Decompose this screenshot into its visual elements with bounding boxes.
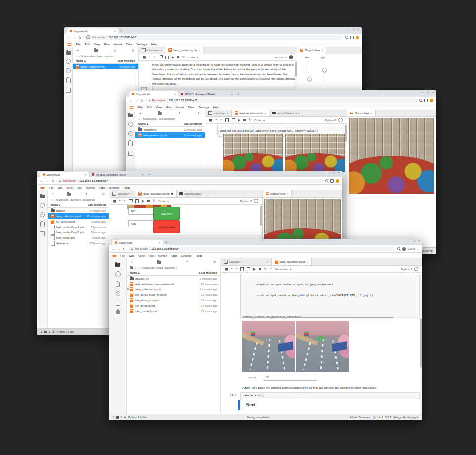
menu-kernel[interactable]: Kernel: [114, 43, 122, 46]
kernel-name[interactable]: Python 3: [240, 200, 252, 203]
new-launcher-icon[interactable]: +: [131, 260, 133, 264]
file-row[interactable]: live_demo_build_trt.ipynb 19 hours ago: [127, 292, 220, 297]
file-browser-icon[interactable]: [115, 263, 120, 267]
unsaved-dot-icon[interactable]: [171, 193, 173, 195]
minimize-icon[interactable]: –: [348, 28, 349, 31]
menu-tabs[interactable]: Tabs: [188, 106, 194, 109]
minimize-icon[interactable]: –: [422, 91, 423, 94]
count-input[interactable]: 10: [263, 374, 317, 381]
cell-type-dropdown[interactable]: Code▾: [188, 56, 198, 59]
kernel-name[interactable]: Python 3: [401, 268, 412, 271]
minimize-icon[interactable]: –: [328, 172, 329, 175]
save-icon[interactable]: [209, 119, 212, 122]
menu-help[interactable]: Help: [151, 43, 157, 46]
tab-launcher[interactable]: Launcher ×: [205, 110, 232, 116]
menu-file[interactable]: File: [76, 43, 81, 46]
file-row[interactable]: data_collection.ipynb 42 minutes ago: [48, 213, 109, 219]
copy-cell-icon[interactable]: [240, 267, 244, 271]
restart-kernel-icon[interactable]: ↻: [153, 199, 155, 203]
run-icon[interactable]: [142, 200, 144, 203]
menu-tabs[interactable]: Tabs: [171, 254, 177, 257]
upload-icon[interactable]: ↥: [114, 49, 117, 52]
breadcrumb[interactable]: ⌂ › Notebooks › collision_avoidance: [48, 198, 109, 202]
free-count-input[interactable]: 401: [128, 208, 156, 215]
file-list-header[interactable]: Name ▴ Last Modified: [135, 121, 205, 127]
cut-cell-icon[interactable]: ×: [154, 56, 156, 59]
refresh-icon[interactable]: ↻: [198, 112, 201, 115]
forward-icon[interactable]: →: [46, 179, 49, 183]
cell-type-dropdown[interactable]: Code▾: [254, 119, 265, 122]
file-row[interactable]: live_demo.ipynb 3 hours ago: [48, 219, 109, 224]
tab-close-icon[interactable]: ×: [85, 173, 86, 176]
file-browser-icon[interactable]: [40, 195, 45, 198]
file-row[interactable]: train_model.ipynb 19 hours ago: [127, 308, 220, 314]
horizontal-scrollbar[interactable]: [242, 317, 418, 318]
home-icon[interactable]: ⌂: [76, 55, 77, 57]
upload-icon[interactable]: ↥: [85, 192, 88, 196]
file-browser-icon[interactable]: [66, 51, 71, 55]
file-row[interactable]: data_collection_gamepad.ipynb 19 hours a…: [127, 281, 220, 286]
stop-icon[interactable]: [243, 119, 246, 121]
scrollbar[interactable]: [420, 273, 422, 414]
menu-view[interactable]: View: [138, 254, 145, 257]
add-free-button[interactable]: add free: [153, 207, 180, 220]
running-sessions-icon[interactable]: [40, 203, 45, 208]
right-motor-slider[interactable]: [324, 61, 324, 90]
folder-icon[interactable]: [130, 267, 133, 269]
refresh-icon[interactable]: ↻: [102, 192, 105, 196]
tab-close-icon[interactable]: ×: [371, 112, 372, 114]
menu-run[interactable]: Run: [166, 106, 172, 109]
maximize-icon[interactable]: □: [333, 172, 334, 175]
menu-edit[interactable]: Edit: [129, 254, 134, 257]
running-sessions-icon[interactable]: [66, 59, 71, 64]
file-row[interactable]: best_model-Copy2.pth 3 hours ago: [48, 229, 109, 235]
breadcrumb[interactable]: ⌂ › Notebooks › teleoperation: [135, 117, 205, 121]
menu-settings[interactable]: Settings: [181, 254, 192, 257]
commands-icon[interactable]: [66, 68, 71, 73]
back-icon[interactable]: ←: [112, 247, 116, 251]
home-icon[interactable]: ⌂: [51, 198, 52, 201]
menu-view[interactable]: View: [94, 43, 100, 46]
search-icon[interactable]: [419, 99, 422, 102]
profile-avatar[interactable]: [356, 36, 359, 39]
cursor-position[interactable]: Ln 1, Col 1: [378, 416, 391, 419]
tab-close-icon[interactable]: ×: [174, 93, 176, 96]
browser-tab-gamepad[interactable]: HTML5 Gamepad Tester ×: [89, 172, 146, 177]
back-icon[interactable]: ←: [40, 179, 44, 183]
profile-avatar[interactable]: [336, 179, 339, 183]
paste-cell-icon[interactable]: [165, 56, 169, 59]
left-motor-slider[interactable]: [309, 61, 309, 90]
menu-view[interactable]: View: [156, 106, 162, 109]
close-icon[interactable]: ×: [358, 28, 359, 31]
open-tabs-icon[interactable]: [116, 301, 120, 306]
browser-tab-jupyterlab[interactable]: JupyterLab ×: [67, 28, 118, 34]
new-tab-button[interactable]: +: [238, 92, 239, 96]
new-tab-button[interactable]: +: [120, 29, 122, 33]
new-launcher-icon[interactable]: +: [52, 192, 54, 196]
address-bar[interactable]: i Not secure | 192.168.1.52:8888/lab?: [83, 35, 343, 40]
breadcrumb[interactable]: / … / notebooks / road_following /: [127, 266, 220, 270]
code-cell[interactable]: snapshot_widget.value = bgr8_to_jpeg(sna…: [240, 275, 420, 319]
search-icon[interactable]: [345, 36, 348, 39]
paste-cell-icon[interactable]: [247, 267, 250, 271]
tab-close-icon[interactable]: ×: [130, 192, 132, 195]
upload-icon[interactable]: ↥: [186, 260, 189, 264]
menu-kernel[interactable]: Kernel: [86, 186, 95, 189]
commands-icon[interactable]: [128, 131, 133, 136]
copy-cell-icon[interactable]: [129, 199, 132, 203]
restart-kernel-icon[interactable]: ↻: [182, 56, 185, 59]
tab-close-icon[interactable]: ×: [321, 49, 323, 52]
file-browser-icon[interactable]: [128, 114, 133, 117]
reload-icon[interactable]: ↻: [140, 99, 143, 102]
kernel-name[interactable]: Python 3: [325, 119, 336, 122]
menu-settings[interactable]: Settings: [198, 106, 209, 109]
add-blocked-button[interactable]: add blocked: [153, 220, 180, 233]
file-row[interactable]: best_model.pth 3 hours ago: [48, 235, 109, 240]
menu-file[interactable]: File: [49, 186, 54, 189]
cell-tools-icon[interactable]: [128, 141, 133, 146]
copy-cell-icon[interactable]: [159, 56, 162, 59]
paste-cell-icon[interactable]: [135, 199, 139, 203]
extension-icon[interactable]: [424, 99, 428, 102]
menu-view[interactable]: View: [66, 186, 73, 189]
cell-type-dropdown[interactable]: Code▾: [158, 200, 169, 203]
